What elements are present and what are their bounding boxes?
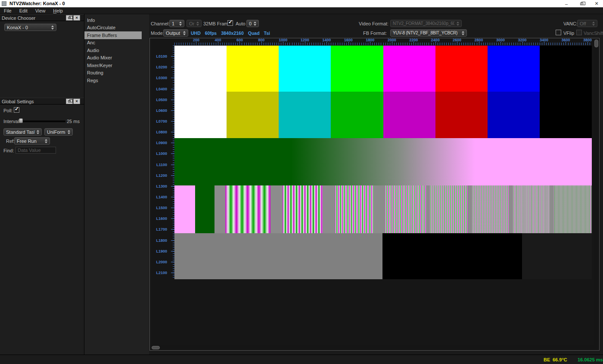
nav-item-routing[interactable]: Routing <box>84 69 142 77</box>
ramp-row <box>174 138 592 185</box>
channel-enable-select: On <box>186 20 202 27</box>
video-format-label: Video Format: <box>359 21 389 26</box>
device-select[interactable]: KonaX - 0 <box>4 24 56 31</box>
vanc-select: Off <box>577 20 597 27</box>
vertical-scrollbar[interactable] <box>594 38 599 351</box>
interval-slider-handle[interactable] <box>19 118 23 123</box>
spinner-arrows-icon <box>254 22 256 26</box>
color-bar-100 <box>540 46 592 92</box>
color-bar-75 <box>331 92 383 138</box>
ruler-y-label: L1400 <box>156 195 167 199</box>
horizontal-scrollbar-thumb[interactable] <box>152 346 160 349</box>
interval-value: 25 ms <box>67 119 80 124</box>
close-panel-button[interactable]: ✕ <box>73 15 80 21</box>
color-bar-100 <box>383 46 435 92</box>
color-bar-75 <box>279 92 331 138</box>
menu-item-file[interactable]: File <box>0 8 16 14</box>
menu-item-help[interactable]: Help <box>49 8 67 14</box>
spinner-arrows-icon <box>462 31 464 35</box>
ruler-y-label: L2100 <box>156 271 167 275</box>
sweep-band <box>225 185 270 233</box>
channel-select[interactable]: 1 <box>169 20 184 27</box>
ruler-y-label: L2000 <box>156 260 167 264</box>
sweep-band <box>513 185 550 233</box>
ruler-y-label: L1200 <box>156 173 167 178</box>
format-token: 3840x2160 <box>221 31 244 36</box>
app-icon <box>2 1 6 6</box>
vertical-scrollbar-thumb[interactable] <box>594 40 598 47</box>
ruler-y-label: L0400 <box>156 87 167 91</box>
spinner-arrows-icon <box>45 139 47 143</box>
interval-slider-track[interactable] <box>19 120 65 122</box>
vflip-checkbox[interactable] <box>556 30 561 35</box>
ruler-y-label: L0800 <box>156 130 167 134</box>
status-board: BE <box>544 357 550 362</box>
global-settings-title: Global Settings <box>2 99 34 104</box>
restore-button[interactable] <box>574 0 589 7</box>
window-title: NTV2Watcher: KonaX - 0 <box>9 1 65 6</box>
ruler-y-label: L0700 <box>156 119 167 123</box>
color-bar-100 <box>174 46 227 92</box>
float-panel-button[interactable] <box>66 99 73 104</box>
nav-item-anc[interactable]: Anc <box>84 39 142 47</box>
spinner-arrows-icon <box>68 130 70 134</box>
horizontal-scrollbar[interactable] <box>150 345 600 351</box>
color-bar-75 <box>435 92 488 138</box>
nav-item-frame-buffers[interactable]: Frame Buffers <box>84 31 142 39</box>
ref-select[interactable]: Free Run <box>14 137 50 145</box>
find-input[interactable] <box>16 147 56 154</box>
nav-item-info[interactable]: Info <box>84 16 142 24</box>
auto-spinbox[interactable]: 0 <box>246 20 259 27</box>
nav-item-audio[interactable]: Audio <box>84 46 142 54</box>
status-temperature: 66.9°C <box>553 357 567 362</box>
colorbars-100-row <box>174 46 592 92</box>
color-bar-75 <box>540 92 592 138</box>
close-button[interactable]: ✕ <box>589 0 603 7</box>
ruler-y-label: L1800 <box>156 238 167 243</box>
vflip-label: VFlip <box>563 31 574 36</box>
ruler-y-label: L1900 <box>156 249 167 253</box>
nav-item-regs[interactable]: Regs <box>84 77 142 84</box>
ruler-y-label: L1000 <box>156 151 167 156</box>
auto-label: Auto <box>236 21 246 26</box>
poll-checkbox[interactable] <box>14 107 19 113</box>
global-settings-titlebar: Global Settings ✕ <box>0 98 84 105</box>
float-panel-button[interactable] <box>66 15 73 21</box>
find-label: Find: <box>3 148 14 153</box>
fb-format-select[interactable]: YUV-8 (NTV2_FBF_8BIT_YCBCR) <box>390 29 467 37</box>
ruler-y-label: L0600 <box>156 108 167 113</box>
spinner-arrows-icon <box>196 22 199 26</box>
spinner-arrows-icon <box>183 31 186 35</box>
footer-segment <box>382 233 522 279</box>
nav-item-autocirculate[interactable]: AutoCirculate <box>84 24 142 32</box>
nav-item-mixer-keyer[interactable]: Mixer/Keyer <box>84 62 142 69</box>
vanc-label: VANC: <box>563 21 578 26</box>
tasks-select[interactable]: Standard Tasks <box>3 128 42 136</box>
format-token: Tsi <box>264 31 270 36</box>
mode-select[interactable]: Output <box>163 29 188 37</box>
ruler-y-label: L1100 <box>156 163 167 167</box>
ruler-y-label: L0100 <box>156 54 167 59</box>
sweep-band <box>335 185 373 233</box>
menu-item-edit[interactable]: Edit <box>16 8 31 14</box>
sweep-solid <box>195 185 214 233</box>
minimize-button[interactable]: – <box>559 0 574 7</box>
video-format-select: NTV2_FORMAT_3840x2160p_6000 <box>390 20 462 27</box>
color-bar-100 <box>331 46 383 92</box>
float-icon <box>68 100 71 102</box>
menu-item-view[interactable]: View <box>31 8 50 14</box>
title-bar: NTV2Watcher: KonaX - 0 – ✕ <box>0 0 603 7</box>
framebuffer-image <box>174 46 592 279</box>
frame-checkbox[interactable] <box>227 20 233 26</box>
color-bar-75 <box>383 92 435 138</box>
color-bar-100 <box>488 46 540 92</box>
nav-item-audio-mixer[interactable]: Audio Mixer <box>84 54 142 62</box>
ruler-y-label: L1500 <box>156 206 167 210</box>
ruler-y-label: L0500 <box>156 98 167 102</box>
footer-segment <box>174 233 382 279</box>
close-panel-button[interactable]: ✕ <box>73 99 80 104</box>
sweep-band <box>472 185 509 233</box>
spinner-arrows-icon <box>37 130 39 134</box>
nav-panel: InfoAutoCirculateFrame BuffersAncAudioAu… <box>84 14 149 355</box>
uniformat-select[interactable]: UniFormat <box>44 128 73 136</box>
